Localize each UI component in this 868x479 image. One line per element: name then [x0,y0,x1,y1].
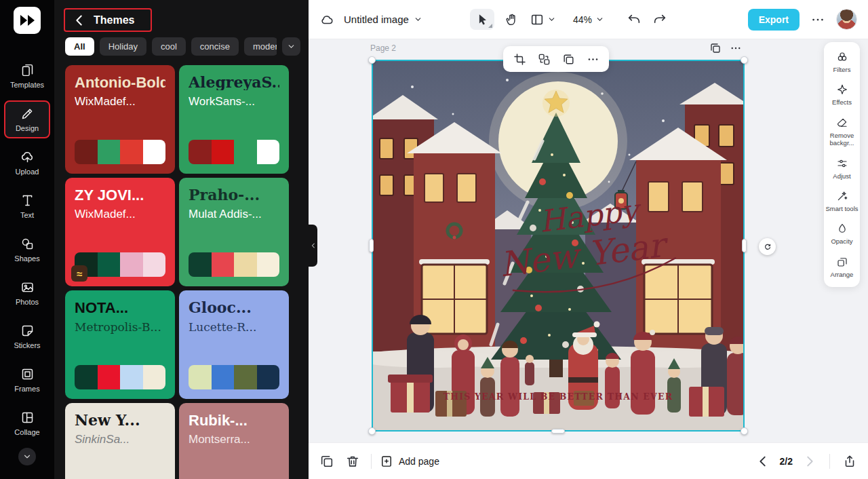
theme-card[interactable]: AlegreyaS... WorkSans-... [179,65,289,174]
duplicate-page-button[interactable] [319,454,334,469]
shapes-icon [20,237,35,251]
text-icon [20,193,35,208]
resize-handle-right[interactable] [742,239,747,252]
select-tool-button[interactable] [470,9,494,30]
top-bar: Untitled image 44% [309,0,868,39]
crop-icon [513,53,526,66]
animated-theme-badge: ≈ [71,265,87,282]
effects-button[interactable]: Effects [825,83,859,106]
avatar[interactable] [836,9,857,30]
sidebar-item-shapes[interactable]: Shapes [4,231,50,269]
zoom-control[interactable]: 44% [573,14,604,25]
share-button[interactable] [842,454,857,469]
cloud-save-icon[interactable] [319,12,334,27]
duplicate-icon [562,53,575,66]
themes-panel: Themes All Holiday cool concise modern A… [54,0,309,479]
back-button[interactable] [72,13,87,28]
effects-icon [836,83,848,96]
resize-handle-bottom[interactable] [551,429,565,434]
sidebar-item-collage[interactable]: Collage [4,404,50,442]
divider [371,454,372,469]
sidebar-item-upload[interactable]: Upload [4,144,50,182]
theme-title: Antonio-Bold [75,75,165,90]
rail-expand-button[interactable] [18,448,36,465]
resize-handle-top-right[interactable] [741,56,748,64]
zoom-value: 44% [573,14,592,25]
theme-card[interactable]: Praho-... Mulat Addis-... [179,178,289,286]
share-icon [842,454,857,469]
bottom-bar: Add page 2/2 [309,442,868,479]
left-rail: Templates Design Upload Text Shapes Phot… [0,0,54,479]
chevron-down-icon [547,15,556,24]
replace-button[interactable] [534,49,554,69]
duplicate-icon [319,454,334,469]
delete-page-button[interactable] [345,454,360,469]
theme-card[interactable]: New Y... SinkinSa... [65,403,175,479]
christmas-artwork[interactable]: Happy New Year THIS YEAR WILL BE BETTER … [372,60,745,432]
rotate-handle[interactable] [759,238,776,255]
redo-button[interactable] [652,12,667,27]
theme-card[interactable]: Antonio-Bold WixMadef... [65,65,175,174]
history-controls [627,12,667,27]
filters-button[interactable]: Filters [825,51,859,73]
adjust-button[interactable]: Adjust [825,157,859,180]
resize-handle-left[interactable] [369,239,374,252]
resize-handle-top-left[interactable] [368,56,376,64]
filter-chip-holiday[interactable]: Holiday [100,37,146,56]
panel-collapse-handle[interactable] [309,225,317,267]
smart-tools-button[interactable]: Smart tools [825,190,859,212]
more-options-button[interactable] [583,49,603,69]
theme-subtitle: Lucette-R... [189,320,279,334]
sidebar-item-photos[interactable]: Photos [4,274,50,312]
filters-expand-button[interactable] [282,37,300,56]
add-page-icon [380,455,393,468]
theme-card[interactable]: NOTA... Metropolis-B... [65,290,175,399]
filter-chip-all[interactable]: All [65,37,94,56]
duplicate-page-button[interactable] [709,42,722,54]
crop-button[interactable] [509,49,530,69]
collage-icon [20,410,35,425]
theme-card[interactable]: Glooc... Lucette-R... [179,290,289,399]
undo-icon [627,12,642,27]
sidebar-item-frames[interactable]: Frames [4,361,50,399]
theme-subtitle: WixMadef... [75,95,165,109]
filter-chip-cool[interactable]: cool [152,37,186,56]
sidebar-item-text[interactable]: Text [4,187,50,225]
theme-subtitle: WixMadef... [75,208,165,221]
previous-page-button[interactable] [755,454,770,469]
add-page-button[interactable]: Add page [380,455,439,468]
resize-handle-bottom-left[interactable] [368,427,376,435]
duplicate-button[interactable] [558,49,578,69]
opacity-button[interactable]: Opacity [825,223,859,245]
page-label: Page 2 [370,43,396,53]
sidebar-item-stickers[interactable]: Stickers [4,318,50,356]
replace-icon [538,53,551,66]
duplicate-icon [709,42,722,54]
hand-icon [505,12,519,27]
resize-handle-bottom-right[interactable] [741,427,748,435]
adjust-icon [836,157,848,170]
export-button[interactable]: Export [748,9,800,31]
page-more-button[interactable] [730,42,742,54]
arrange-button[interactable]: Arrange [825,256,859,278]
more-options-button[interactable] [810,12,825,27]
next-page-button[interactable] [802,454,817,469]
theme-card[interactable]: ZY JOVI... WixMadef... ≈ [65,178,175,286]
theme-title: Glooc... [189,300,279,315]
arrange-icon [836,256,848,268]
remove-background-button[interactable]: Remove backgr... [825,117,859,147]
layout-tool-button[interactable] [530,12,556,27]
document-title[interactable]: Untitled image [344,14,422,25]
theme-subtitle: Metropolis-B... [75,320,165,334]
hand-tool-button[interactable] [505,12,519,27]
capcut-logo[interactable] [14,7,41,34]
cursor-icon [475,12,490,27]
sidebar-item-templates[interactable]: Templates [4,57,50,95]
theme-card[interactable]: Rubik-... Montserra... [179,403,289,479]
undo-button[interactable] [627,12,642,27]
filter-chip-modern[interactable]: modern [244,37,277,56]
sidebar-item-design[interactable]: Design [4,100,50,138]
theme-title: AlegreyaS... [189,75,279,90]
theme-title: ZY JOVI... [75,187,165,203]
filter-chip-concise[interactable]: concise [191,37,239,56]
